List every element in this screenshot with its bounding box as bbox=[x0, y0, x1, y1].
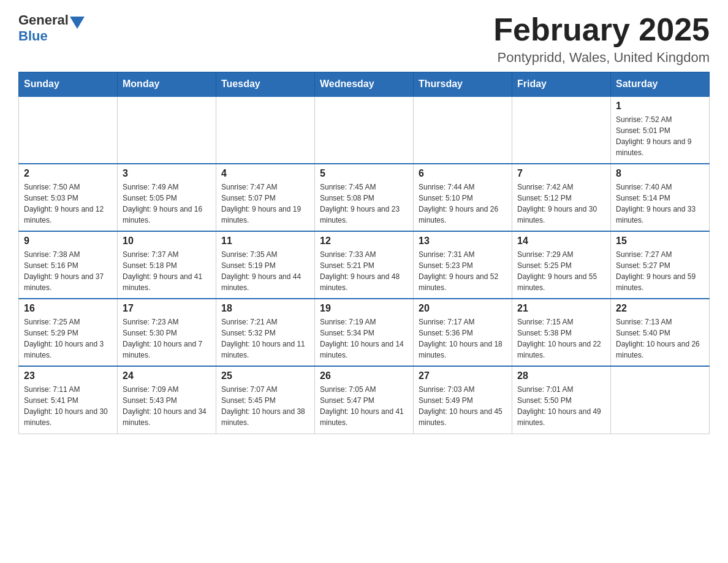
calendar-cell bbox=[512, 96, 611, 164]
day-info: Sunrise: 7:25 AM Sunset: 5:29 PM Dayligh… bbox=[24, 316, 112, 361]
day-info: Sunrise: 7:21 AM Sunset: 5:32 PM Dayligh… bbox=[221, 316, 309, 361]
calendar-cell: 3Sunrise: 7:49 AM Sunset: 5:05 PM Daylig… bbox=[118, 164, 216, 231]
day-info: Sunrise: 7:15 AM Sunset: 5:38 PM Dayligh… bbox=[517, 316, 605, 361]
calendar-header-sunday: Sunday bbox=[19, 72, 118, 97]
calendar-table: SundayMondayTuesdayWednesdayThursdayFrid… bbox=[18, 72, 710, 434]
calendar-header-thursday: Thursday bbox=[414, 72, 512, 97]
day-number: 24 bbox=[123, 370, 211, 381]
day-info: Sunrise: 7:11 AM Sunset: 5:41 PM Dayligh… bbox=[24, 384, 112, 428]
calendar-cell: 10Sunrise: 7:37 AM Sunset: 5:18 PM Dayli… bbox=[118, 231, 216, 299]
calendar-cell: 14Sunrise: 7:29 AM Sunset: 5:25 PM Dayli… bbox=[512, 231, 611, 299]
day-info: Sunrise: 7:33 AM Sunset: 5:21 PM Dayligh… bbox=[320, 249, 408, 293]
calendar-header-monday: Monday bbox=[118, 72, 216, 97]
day-number: 16 bbox=[24, 303, 112, 314]
day-info: Sunrise: 7:49 AM Sunset: 5:05 PM Dayligh… bbox=[123, 182, 211, 226]
day-info: Sunrise: 7:50 AM Sunset: 5:03 PM Dayligh… bbox=[24, 182, 112, 226]
main-title: February 2025 bbox=[493, 12, 710, 47]
day-info: Sunrise: 7:13 AM Sunset: 5:40 PM Dayligh… bbox=[616, 316, 704, 361]
calendar-week-5: 23Sunrise: 7:11 AM Sunset: 5:41 PM Dayli… bbox=[19, 366, 710, 434]
day-number: 7 bbox=[517, 168, 605, 179]
calendar-cell: 27Sunrise: 7:03 AM Sunset: 5:49 PM Dayli… bbox=[414, 366, 512, 434]
calendar-cell: 28Sunrise: 7:01 AM Sunset: 5:50 PM Dayli… bbox=[512, 366, 611, 434]
calendar-cell: 24Sunrise: 7:09 AM Sunset: 5:43 PM Dayli… bbox=[118, 366, 216, 434]
calendar-cell: 22Sunrise: 7:13 AM Sunset: 5:40 PM Dayli… bbox=[611, 299, 710, 366]
day-info: Sunrise: 7:07 AM Sunset: 5:45 PM Dayligh… bbox=[221, 384, 309, 428]
day-number: 3 bbox=[123, 168, 211, 179]
day-info: Sunrise: 7:03 AM Sunset: 5:49 PM Dayligh… bbox=[419, 384, 507, 428]
day-number: 8 bbox=[616, 168, 704, 179]
day-number: 27 bbox=[419, 370, 507, 381]
day-number: 18 bbox=[221, 303, 309, 314]
day-number: 1 bbox=[616, 101, 704, 112]
day-info: Sunrise: 7:47 AM Sunset: 5:07 PM Dayligh… bbox=[221, 182, 309, 226]
day-number: 26 bbox=[320, 370, 408, 381]
logo-blue-text: Blue bbox=[18, 28, 48, 44]
calendar-week-3: 9Sunrise: 7:38 AM Sunset: 5:16 PM Daylig… bbox=[19, 231, 710, 299]
calendar-cell: 2Sunrise: 7:50 AM Sunset: 5:03 PM Daylig… bbox=[19, 164, 118, 231]
calendar-cell: 13Sunrise: 7:31 AM Sunset: 5:23 PM Dayli… bbox=[414, 231, 512, 299]
day-info: Sunrise: 7:17 AM Sunset: 5:36 PM Dayligh… bbox=[419, 316, 507, 361]
calendar-header-tuesday: Tuesday bbox=[216, 72, 315, 97]
day-number: 2 bbox=[24, 168, 112, 179]
day-number: 19 bbox=[320, 303, 408, 314]
calendar-cell: 26Sunrise: 7:05 AM Sunset: 5:47 PM Dayli… bbox=[315, 366, 414, 434]
calendar-cell: 20Sunrise: 7:17 AM Sunset: 5:36 PM Dayli… bbox=[414, 299, 512, 366]
day-number: 13 bbox=[419, 236, 507, 247]
calendar-cell: 9Sunrise: 7:38 AM Sunset: 5:16 PM Daylig… bbox=[19, 231, 118, 299]
calendar-cell: 5Sunrise: 7:45 AM Sunset: 5:08 PM Daylig… bbox=[315, 164, 414, 231]
day-number: 20 bbox=[419, 303, 507, 314]
calendar-header-friday: Friday bbox=[512, 72, 611, 97]
calendar-cell: 6Sunrise: 7:44 AM Sunset: 5:10 PM Daylig… bbox=[414, 164, 512, 231]
calendar-cell: 8Sunrise: 7:40 AM Sunset: 5:14 PM Daylig… bbox=[611, 164, 710, 231]
day-info: Sunrise: 7:42 AM Sunset: 5:12 PM Dayligh… bbox=[517, 182, 605, 226]
calendar-cell: 15Sunrise: 7:27 AM Sunset: 5:27 PM Dayli… bbox=[611, 231, 710, 299]
day-number: 28 bbox=[517, 370, 605, 381]
calendar-cell: 1Sunrise: 7:52 AM Sunset: 5:01 PM Daylig… bbox=[611, 96, 710, 164]
day-info: Sunrise: 7:05 AM Sunset: 5:47 PM Dayligh… bbox=[320, 384, 408, 428]
day-number: 14 bbox=[517, 236, 605, 247]
day-number: 25 bbox=[221, 370, 309, 381]
calendar-cell: 25Sunrise: 7:07 AM Sunset: 5:45 PM Dayli… bbox=[216, 366, 315, 434]
day-info: Sunrise: 7:44 AM Sunset: 5:10 PM Dayligh… bbox=[419, 182, 507, 226]
day-info: Sunrise: 7:29 AM Sunset: 5:25 PM Dayligh… bbox=[517, 249, 605, 293]
logo-triangle-icon bbox=[70, 17, 85, 29]
calendar-header-wednesday: Wednesday bbox=[315, 72, 414, 97]
day-number: 12 bbox=[320, 236, 408, 247]
calendar-cell: 23Sunrise: 7:11 AM Sunset: 5:41 PM Dayli… bbox=[19, 366, 118, 434]
day-info: Sunrise: 7:19 AM Sunset: 5:34 PM Dayligh… bbox=[320, 316, 408, 361]
day-info: Sunrise: 7:27 AM Sunset: 5:27 PM Dayligh… bbox=[616, 249, 704, 293]
day-number: 5 bbox=[320, 168, 408, 179]
calendar-cell: 17Sunrise: 7:23 AM Sunset: 5:30 PM Dayli… bbox=[118, 299, 216, 366]
calendar-cell: 16Sunrise: 7:25 AM Sunset: 5:29 PM Dayli… bbox=[19, 299, 118, 366]
calendar-cell: 7Sunrise: 7:42 AM Sunset: 5:12 PM Daylig… bbox=[512, 164, 611, 231]
calendar-cell: 11Sunrise: 7:35 AM Sunset: 5:19 PM Dayli… bbox=[216, 231, 315, 299]
day-info: Sunrise: 7:31 AM Sunset: 5:23 PM Dayligh… bbox=[419, 249, 507, 293]
calendar-cell: 21Sunrise: 7:15 AM Sunset: 5:38 PM Dayli… bbox=[512, 299, 611, 366]
calendar-cell bbox=[216, 96, 315, 164]
calendar-cell bbox=[19, 96, 118, 164]
calendar-week-4: 16Sunrise: 7:25 AM Sunset: 5:29 PM Dayli… bbox=[19, 299, 710, 366]
day-number: 9 bbox=[24, 236, 112, 247]
calendar-week-2: 2Sunrise: 7:50 AM Sunset: 5:03 PM Daylig… bbox=[19, 164, 710, 231]
title-block: February 2025 Pontypridd, Wales, United … bbox=[493, 12, 710, 66]
day-number: 22 bbox=[616, 303, 704, 314]
day-info: Sunrise: 7:38 AM Sunset: 5:16 PM Dayligh… bbox=[24, 249, 112, 293]
location-subtitle: Pontypridd, Wales, United Kingdom bbox=[493, 50, 710, 66]
day-info: Sunrise: 7:01 AM Sunset: 5:50 PM Dayligh… bbox=[517, 384, 605, 428]
calendar-cell: 18Sunrise: 7:21 AM Sunset: 5:32 PM Dayli… bbox=[216, 299, 315, 366]
calendar-week-1: 1Sunrise: 7:52 AM Sunset: 5:01 PM Daylig… bbox=[19, 96, 710, 164]
day-info: Sunrise: 7:40 AM Sunset: 5:14 PM Dayligh… bbox=[616, 182, 704, 226]
day-info: Sunrise: 7:23 AM Sunset: 5:30 PM Dayligh… bbox=[123, 316, 211, 361]
day-info: Sunrise: 7:52 AM Sunset: 5:01 PM Dayligh… bbox=[616, 114, 704, 158]
day-number: 21 bbox=[517, 303, 605, 314]
calendar-cell: 12Sunrise: 7:33 AM Sunset: 5:21 PM Dayli… bbox=[315, 231, 414, 299]
logo: General Blue bbox=[18, 12, 86, 44]
calendar-cell: 4Sunrise: 7:47 AM Sunset: 5:07 PM Daylig… bbox=[216, 164, 315, 231]
calendar-cell bbox=[414, 96, 512, 164]
page-header: General Blue February 2025 Pontypridd, W… bbox=[18, 12, 710, 66]
day-info: Sunrise: 7:09 AM Sunset: 5:43 PM Dayligh… bbox=[123, 384, 211, 428]
day-info: Sunrise: 7:37 AM Sunset: 5:18 PM Dayligh… bbox=[123, 249, 211, 293]
day-info: Sunrise: 7:45 AM Sunset: 5:08 PM Dayligh… bbox=[320, 182, 408, 226]
calendar-header-row: SundayMondayTuesdayWednesdayThursdayFrid… bbox=[19, 72, 710, 97]
day-info: Sunrise: 7:35 AM Sunset: 5:19 PM Dayligh… bbox=[221, 249, 309, 293]
